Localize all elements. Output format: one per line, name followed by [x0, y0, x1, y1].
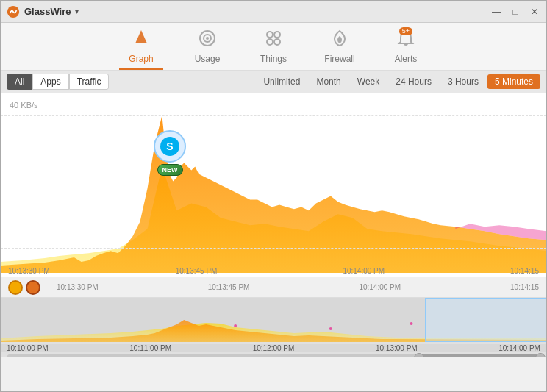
time-week-button[interactable]: Week — [350, 74, 387, 89]
time-label-4: 10:14:15 — [510, 267, 539, 275]
minimize-button[interactable]: — — [490, 7, 502, 17]
things-icon — [264, 29, 283, 51]
svg-point-16 — [410, 322, 413, 325]
maximize-button[interactable]: □ — [510, 7, 521, 17]
graph-time-axis: 10:13:30 PM 10:13:45 PM 10:14:00 PM 10:1… — [1, 267, 546, 275]
svg-point-8 — [274, 39, 280, 45]
svg-point-12 — [29, 283, 37, 292]
nav-tabs: Graph Usage Things — [1, 23, 546, 71]
time-24hours-button[interactable]: 24 Hours — [388, 74, 439, 89]
mini-time-1: 10:10:00 PM — [7, 344, 49, 352]
time-label-2: 10:13:45 PM — [176, 267, 218, 275]
glasswire-logo — [7, 5, 20, 18]
network-graph — [1, 93, 546, 277]
filter-left-group: All Apps Traffic — [7, 74, 256, 90]
timeline-bar: 10:13:30 PM 10:13:45 PM 10:14:00 PM 10:1… — [1, 277, 546, 298]
mini-timeline-selection — [425, 298, 546, 342]
timeline-time-row: 10:13:30 PM 10:13:45 PM 10:14:00 PM 10:1… — [49, 283, 539, 291]
title-dropdown-chevron[interactable]: ▾ — [75, 7, 79, 15]
mini-time-3: 10:12:00 PM — [253, 344, 295, 352]
time-3hours-button[interactable]: 3 Hours — [440, 74, 486, 89]
svg-marker-1 — [135, 30, 147, 43]
close-button[interactable]: ✕ — [529, 7, 540, 17]
timeline-time-4: 10:14:15 — [510, 283, 539, 291]
filter-time-group: Unlimited Month Week 24 Hours 3 Hours 5 … — [256, 74, 540, 89]
timeline-time-1: 10:13:30 PM — [57, 283, 99, 291]
timeline-app-icons — [8, 280, 40, 295]
tab-alerts-label: Alerts — [395, 54, 418, 64]
alerts-badge: 5+ — [399, 27, 412, 35]
skype-app-bubble[interactable]: S NEW — [154, 130, 186, 176]
tab-things-label: Things — [260, 54, 287, 64]
mini-time-5: 10:14:00 PM — [498, 344, 540, 352]
tab-usage[interactable]: Usage — [185, 29, 229, 70]
tab-alerts[interactable]: 5+ Alerts — [384, 29, 428, 70]
tab-firewall[interactable]: Firewall — [318, 29, 362, 70]
graph-icon — [132, 29, 151, 51]
timeline-time-3: 10:14:00 PM — [359, 283, 401, 291]
graph-area: 40 KB/s S — [1, 93, 546, 277]
mini-timeline[interactable]: 10:10:00 PM 10:11:00 PM 10:12:00 PM 10:1… — [1, 298, 546, 357]
svg-point-15 — [329, 327, 332, 330]
filter-apps-button[interactable]: Apps — [32, 74, 68, 90]
svg-point-6 — [274, 32, 280, 38]
filter-traffic-button[interactable]: Traffic — [69, 74, 110, 90]
new-badge: NEW — [157, 164, 183, 176]
scrollbar-handle-right[interactable] — [535, 353, 546, 357]
time-5minutes-button[interactable]: 5 Minutes — [487, 74, 540, 89]
scrollbar-thumb[interactable] — [419, 354, 540, 357]
skype-icon-circle: S — [154, 130, 186, 163]
svg-point-7 — [267, 39, 273, 45]
scrollbar-handle-left[interactable] — [414, 353, 424, 357]
time-month-button[interactable]: Month — [309, 74, 348, 89]
alerts-icon: 5+ — [396, 29, 415, 51]
timeline-app-icon-2[interactable] — [26, 280, 40, 295]
usage-icon — [198, 29, 217, 51]
firewall-icon — [330, 29, 349, 51]
svg-point-11 — [11, 283, 20, 292]
svg-point-14 — [234, 324, 237, 327]
time-label-3: 10:14:00 PM — [343, 267, 385, 275]
tab-firewall-label: Firewall — [324, 54, 354, 64]
window-controls: — □ ✕ — [490, 7, 540, 17]
svg-point-5 — [267, 32, 273, 38]
filter-all-button[interactable]: All — [7, 74, 32, 90]
title-bar-left: GlassWire ▾ — [7, 5, 79, 18]
tab-usage-label: Usage — [195, 54, 221, 64]
tab-graph[interactable]: Graph — [119, 29, 163, 70]
title-bar: GlassWire ▾ — □ ✕ — [1, 1, 546, 23]
time-unlimited-button[interactable]: Unlimited — [256, 74, 307, 89]
tab-things[interactable]: Things — [251, 29, 296, 70]
filter-bar: All Apps Traffic Unlimited Month Week 24… — [1, 71, 546, 93]
app-title: GlassWire — [24, 6, 71, 17]
mini-time-2: 10:11:00 PM — [129, 344, 171, 352]
graph-y-label: 40 KB/s — [10, 101, 38, 110]
mini-time-4: 10:13:00 PM — [376, 344, 418, 352]
mini-time-labels: 10:10:00 PM 10:11:00 PM 10:12:00 PM 10:1… — [1, 344, 546, 352]
tab-graph-label: Graph — [129, 54, 153, 64]
svg-point-4 — [206, 37, 209, 40]
time-label-1: 10:13:30 PM — [8, 267, 50, 275]
timeline-app-icon-1[interactable] — [8, 280, 23, 295]
svg-text:S: S — [166, 140, 173, 152]
scrollbar-track[interactable] — [7, 354, 540, 357]
timeline-time-2: 10:13:45 PM — [208, 283, 250, 291]
